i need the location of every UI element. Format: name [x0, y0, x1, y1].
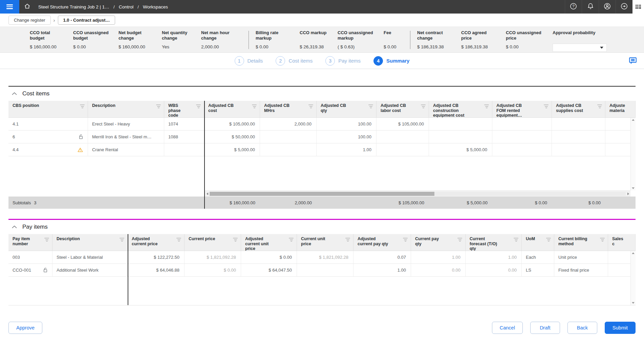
scroll-down-arrow[interactable]	[632, 302, 635, 304]
column-header-current-unit-price[interactable]: Current unit price	[297, 234, 353, 251]
filter-icon[interactable]	[514, 238, 518, 242]
column-header-current-price[interactable]: Current price	[185, 234, 241, 251]
step-details[interactable]: 1Details	[235, 56, 263, 66]
filter-icon[interactable]	[544, 105, 549, 108]
step-pay-items[interactable]: 3Pay items	[325, 56, 361, 66]
column-header-adjusted-cb-fom-rented-equipment[interactable]: Adjusted CB FOM rented equipment…	[492, 101, 552, 117]
filter-icon[interactable]	[44, 238, 49, 242]
stat-cco-total-budget: CCO total budget$ 160,000.00	[30, 30, 68, 49]
approve-button[interactable]: Approve	[8, 322, 42, 334]
filter-icon[interactable]	[252, 105, 257, 108]
account-button[interactable]	[599, 0, 616, 14]
filter-icon[interactable]	[600, 238, 605, 242]
filter-icon[interactable]	[308, 105, 313, 108]
tab-change-register[interactable]: Change register	[8, 16, 51, 25]
breadcrumb-page[interactable]: Workspaces	[143, 4, 168, 9]
filter-icon[interactable]	[289, 238, 294, 242]
step-number: 4	[373, 56, 383, 66]
cell	[377, 131, 429, 143]
column-header-adjusted-cb-construction-equipment-cost[interactable]: Adjusted CB construction equipment cost	[429, 101, 492, 117]
column-header-adjusted-current-price[interactable]: Adjusted current price	[128, 234, 185, 251]
horizontal-scrollbar[interactable]	[205, 190, 630, 197]
filter-icon[interactable]	[597, 105, 602, 108]
tab-contract-adjustment[interactable]: 1.0 - Contract adjust…	[58, 16, 115, 25]
filter-icon[interactable]	[484, 105, 489, 108]
column-header-adjusted-current-pay-qty[interactable]: Adjusted current pay qty	[353, 234, 411, 251]
step-summary[interactable]: 4Summary	[373, 56, 409, 66]
filter-icon[interactable]	[233, 238, 238, 242]
table-row[interactable]: CCO-001Additional Steel Work$ 64,046.88$…	[8, 264, 636, 277]
column-header-description[interactable]: Description	[88, 101, 164, 117]
step-cost-items[interactable]: 2Cost items	[276, 56, 313, 66]
collapse-pay-items-button[interactable]	[12, 224, 17, 230]
column-header-adjusted-cb-labor-cost[interactable]: Adjusted CB labor cost	[377, 101, 429, 117]
home-button[interactable]	[19, 0, 35, 14]
filter-icon[interactable]	[546, 238, 551, 242]
stat-net-quantity-change: Net quantity changeYes	[162, 30, 196, 49]
table-row[interactable]: 4.1Erect Steel - Heavy1074$ 105,000.002,…	[8, 118, 636, 131]
table-row[interactable]: 003Steel - Labor & Material$ 122,272.50$…	[8, 251, 636, 264]
table-row[interactable]: 6Merrill Iron & Steel - Steel m…1088$ 50…	[8, 131, 636, 143]
scroll-left-arrow[interactable]	[205, 192, 210, 195]
draft-button[interactable]: Draft	[530, 322, 560, 334]
cell	[429, 131, 492, 143]
stat-value: $ 186,319.38	[417, 44, 456, 49]
comments-button[interactable]	[628, 57, 637, 66]
notifications-button[interactable]	[582, 0, 599, 14]
column-header-pay-item-number[interactable]: Pay item number	[8, 234, 52, 251]
menu-button[interactable]	[0, 0, 19, 14]
column-header-adjusted-cb-supplies-cost[interactable]: Adjusted CB supplies cost	[552, 101, 605, 117]
column-header-current-pay-qty[interactable]: Current pay qty	[411, 234, 466, 251]
filter-icon[interactable]	[421, 105, 426, 108]
vertical-scrollbar[interactable]	[630, 118, 636, 190]
apps-grid-button[interactable]	[632, 0, 644, 14]
column-header-cbs-position[interactable]: CBS position	[8, 101, 88, 117]
collapse-cost-items-button[interactable]	[12, 90, 17, 97]
column-header-description[interactable]: Description	[52, 234, 128, 251]
filter-icon[interactable]	[120, 238, 124, 242]
scrollbar-thumb[interactable]	[210, 192, 434, 196]
back-button[interactable]: Back	[567, 322, 597, 334]
sign-out-button[interactable]	[616, 0, 632, 14]
scroll-up-arrow[interactable]	[632, 119, 635, 121]
column-header-adjusted-cb-qty[interactable]: Adjusted CB qty	[317, 101, 377, 117]
scroll-down-arrow[interactable]	[632, 187, 635, 189]
frozen-pane-divider[interactable]	[128, 234, 128, 305]
column-header-adjuste-materia[interactable]: Adjuste materia	[605, 101, 636, 117]
table-row[interactable]: 4.4Crane Rental$ 5,000.001.00$ 5,000.00	[8, 143, 636, 156]
column-header-adjusted-cb-mhrs[interactable]: Adjusted CB MHrs	[260, 101, 317, 117]
cell: $ 0.00	[241, 251, 297, 264]
filter-icon[interactable]	[80, 105, 85, 108]
cell: $ 5,000.00	[204, 143, 260, 156]
scrollbar-track[interactable]	[210, 192, 626, 196]
scroll-up-arrow[interactable]	[632, 252, 635, 254]
column-header-current-billing-method[interactable]: Current billing method	[554, 234, 608, 251]
stat-cco-unassigned-markup: CCO unassigned markup( $ 0.63)	[338, 30, 378, 49]
cost-items-table: CBS positionDescriptionWBS phase codeAdj…	[8, 101, 636, 209]
cell	[492, 143, 552, 156]
filter-icon[interactable]	[403, 238, 408, 242]
column-header-adjusted-current-unit-price[interactable]: Adjusted current unit price	[241, 234, 297, 251]
submit-button[interactable]: Submit	[605, 322, 636, 334]
filter-icon[interactable]	[196, 105, 201, 108]
scroll-right-arrow[interactable]	[626, 192, 630, 195]
filter-icon[interactable]	[368, 105, 373, 108]
column-header-uom[interactable]: UoM	[522, 234, 554, 251]
filter-icon[interactable]	[457, 238, 462, 242]
filter-icon[interactable]	[156, 105, 161, 108]
cell	[552, 143, 605, 156]
help-button[interactable]: ?	[565, 0, 582, 14]
vertical-scrollbar[interactable]	[630, 251, 636, 305]
column-header-wbs-phase-code[interactable]: WBS phase code	[164, 101, 204, 117]
approval-probability-select[interactable]	[553, 44, 607, 52]
stat-label: CCO markup	[300, 30, 332, 42]
column-header-adjusted-cb-cost[interactable]: Adjusted CB cost	[204, 101, 260, 117]
column-header-current-forecast-t-o-qty[interactable]: Current forecast (T/O) qty	[466, 234, 522, 251]
filter-icon[interactable]	[176, 238, 181, 242]
cancel-button[interactable]: Cancel	[492, 322, 523, 334]
column-header-sales-c[interactable]: Sales c	[608, 234, 636, 251]
breadcrumb-section[interactable]: Control	[119, 4, 134, 9]
filter-icon[interactable]	[345, 238, 350, 242]
frozen-pane-divider[interactable]	[204, 101, 205, 209]
cell	[429, 118, 492, 130]
